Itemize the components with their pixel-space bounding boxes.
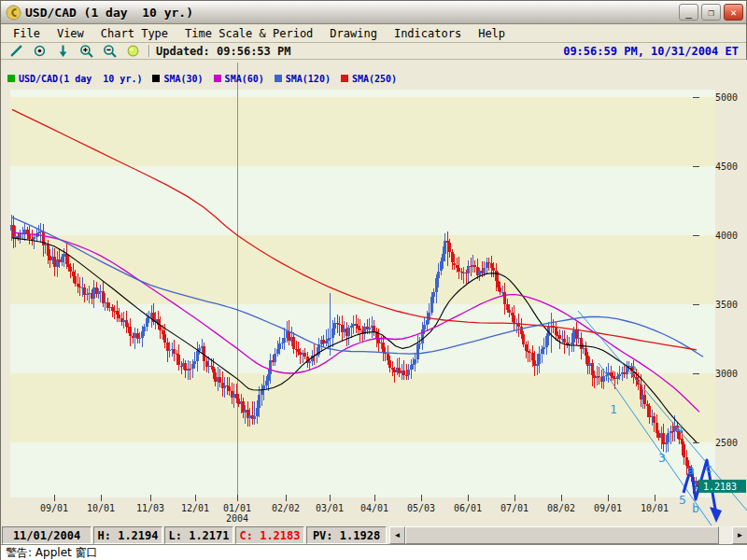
market-clock: 09:56:59 PM, 10/31/2004 ET (563, 45, 739, 58)
chart-plot-area[interactable]: USD/CAD(1 day 10 yr.)SMA(30)SMA(60)SMA(1… (1, 60, 747, 526)
menu-item-time-scale-period[interactable]: Time Scale & Period (176, 26, 321, 41)
menu-item-indicators[interactable]: Indicators (386, 26, 470, 41)
legend-label: SMA(120) (286, 74, 331, 84)
legend-swatch-icon (341, 75, 348, 82)
price-chart-svg[interactable]: 12345abc1.2183 (1, 60, 747, 526)
menu-item-chart-type[interactable]: Chart Type (92, 26, 176, 41)
menu-item-help[interactable]: Help (470, 26, 514, 41)
legend-swatch-icon (152, 75, 160, 82)
wave-label-5: 5 (679, 493, 686, 507)
applet-warning-text: 警告: Applet 窗口 (6, 545, 98, 560)
scroll-left-button[interactable]: ◄ (389, 526, 405, 544)
status-dot-icon[interactable] (125, 44, 140, 58)
applet-warning-bar: 警告: Applet 窗口 (1, 544, 747, 560)
legend-item: SMA(120) (275, 74, 331, 84)
time-scrollbar[interactable]: ◄► (389, 526, 747, 544)
status-cell-4: PV: 1.1928 (306, 526, 387, 544)
legend-label: SMA(60) (225, 74, 264, 84)
wave-label-3: 3 (658, 451, 666, 465)
svg-text:1.2183: 1.2183 (703, 482, 737, 492)
wave-label-b: b (692, 501, 699, 515)
wave-label-4: 4 (676, 422, 684, 436)
legend-label: SMA(30) (163, 74, 203, 84)
legend-swatch-icon (7, 75, 15, 82)
legend-swatch-icon (214, 75, 221, 82)
scrollbar-track[interactable] (719, 526, 732, 544)
zoom-out-icon[interactable] (102, 44, 117, 58)
status-cell-1: H: 1.2194 (93, 526, 162, 544)
app-window: USD/CAD (1 day 10 yr.) _ ❐ ✕ FileViewCha… (0, 0, 747, 560)
updated-timestamp: Updated: 09:56:53 PM (156, 45, 291, 58)
legend-item: SMA(250) (341, 74, 397, 84)
chart-legend: USD/CAD(1 day 10 yr.)SMA(30)SMA(60)SMA(1… (7, 73, 407, 84)
close-button[interactable]: ✕ (724, 4, 743, 21)
wave-label-2: 2 (629, 363, 637, 377)
status-cell-0: 11/01/2004 (2, 526, 92, 544)
legend-item: USD/CAD(1 day 10 yr.) (7, 74, 142, 84)
app-coin-icon (6, 5, 21, 21)
status-cell-3: C: 1.2183 (235, 526, 304, 544)
current-price-badge: 1.2183 (698, 480, 746, 493)
status-cell-2: L: 1.2171 (164, 526, 233, 544)
zoom-in-icon[interactable] (78, 44, 93, 58)
trendline-tool-icon[interactable] (8, 44, 23, 58)
legend-item: SMA(30) (152, 74, 203, 84)
down-arrow-icon[interactable] (55, 44, 70, 58)
legend-item: SMA(60) (214, 74, 264, 84)
crosshair-icon[interactable] (32, 44, 47, 58)
scrollbar-thumb[interactable] (405, 526, 719, 544)
legend-label: USD/CAD(1 day 10 yr.) (19, 74, 142, 84)
window-title: USD/CAD (1 day 10 yr.) (25, 6, 676, 20)
wave-label-a: a (687, 463, 695, 477)
toolbar: Updated: 09:56:53 PM09:56:59 PM, 10/31/2… (1, 43, 746, 60)
legend-swatch-icon (275, 75, 282, 82)
menu-item-file[interactable]: File (5, 26, 49, 41)
menu-item-view[interactable]: View (49, 26, 92, 41)
minimize-button[interactable]: _ (679, 4, 698, 21)
status-bar: 11/01/2004H: 1.2194L: 1.2171C: 1.2183PV:… (1, 526, 747, 544)
restore-button[interactable]: ❐ (701, 4, 721, 21)
wave-label-1: 1 (610, 402, 617, 416)
legend-label: SMA(250) (352, 74, 397, 84)
wave-label-c: c (705, 461, 712, 475)
menu-bar: FileViewChart TypeTime Scale & PeriodDra… (1, 24, 746, 43)
title-bar[interactable]: USD/CAD (1 day 10 yr.) _ ❐ ✕ (1, 1, 746, 24)
scroll-right-button[interactable]: ► (732, 526, 747, 544)
menu-item-drawing[interactable]: Drawing (321, 26, 386, 41)
